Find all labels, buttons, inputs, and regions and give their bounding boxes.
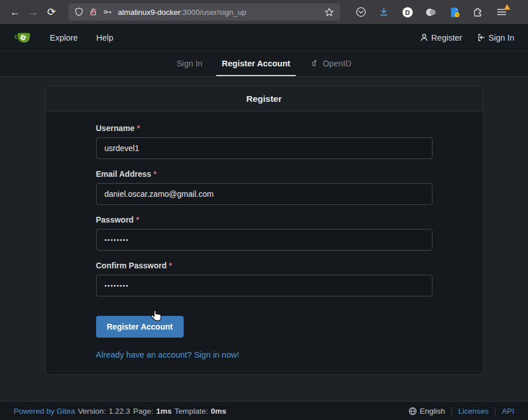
username-field-group: Username* <box>96 124 432 159</box>
nav-help-link[interactable]: Help <box>96 33 113 42</box>
panel-title: Register <box>46 86 483 112</box>
auth-tab-bar: Sign In Register Account OpenID <box>0 51 528 77</box>
gitea-footer: Powered by Gitea Version: 1.22.3 Page: 1… <box>0 401 528 420</box>
required-marker: * <box>153 169 156 179</box>
forward-icon[interactable]: → <box>24 3 42 21</box>
menu-hamburger-icon[interactable] <box>496 6 507 18</box>
sign-in-icon <box>477 33 486 42</box>
downloads-icon[interactable] <box>378 6 390 18</box>
browser-url-bar[interactable]: almalinux9-docker:3000/user/sign_up <box>69 3 340 21</box>
bookmark-star-icon[interactable] <box>324 7 334 17</box>
footer-links: English Licenses API <box>408 407 514 415</box>
footer-meta: Powered by Gitea Version: 1.22.3 Page: 1… <box>14 407 227 415</box>
url-text: almalinux9-docker:3000/user/sign_up <box>118 8 319 17</box>
required-marker: * <box>169 261 172 270</box>
signin-now-link[interactable]: Already have an account? Sign in now! <box>96 350 432 359</box>
person-icon <box>420 33 428 42</box>
update-alert-badge <box>504 4 510 10</box>
required-marker: * <box>137 124 140 133</box>
confirm-password-label: Confirm Password* <box>96 261 432 270</box>
gitea-navbar: Explore Help Register Sign In <box>0 24 528 51</box>
document-extension-icon[interactable] <box>449 6 461 18</box>
browser-toolbar: ← → ⟳ almalinux9-docker:300 <box>0 0 528 24</box>
footer-divider <box>451 407 452 415</box>
username-input[interactable] <box>96 137 432 159</box>
duckduckgo-icon[interactable]: D <box>402 6 414 18</box>
register-panel: Register Username* Email Address* Passwo… <box>45 86 483 375</box>
required-marker: * <box>136 215 139 224</box>
username-label: Username* <box>96 124 432 133</box>
email-input[interactable] <box>96 183 432 205</box>
screen: ← → ⟳ almalinux9-docker:300 <box>0 0 528 420</box>
back-icon[interactable]: ← <box>6 3 24 21</box>
password-label: Password* <box>96 215 432 224</box>
tab-openid[interactable]: OpenID <box>304 51 357 76</box>
footer-divider <box>495 407 495 415</box>
tab-register-account[interactable]: Register Account <box>216 51 296 76</box>
main-content: Register Username* Email Address* Passwo… <box>0 77 528 401</box>
gitea-logo-icon[interactable] <box>14 29 31 46</box>
confirm-password-field-group: Confirm Password* <box>96 261 432 296</box>
register-form: Username* Email Address* Password* Confi… <box>46 112 483 374</box>
insecure-lock-icon[interactable] <box>89 7 98 17</box>
extensions-puzzle-icon[interactable] <box>473 6 484 18</box>
extension-strip: D <box>340 6 522 18</box>
reload-icon[interactable]: ⟳ <box>42 3 61 21</box>
nav-explore-link[interactable]: Explore <box>50 33 78 42</box>
tab-sign-in[interactable]: Sign In <box>171 51 208 76</box>
confirm-password-input[interactable] <box>96 275 432 296</box>
language-selector[interactable]: English <box>408 407 445 415</box>
api-link[interactable]: API <box>502 407 514 415</box>
email-field-group: Email Address* <box>96 169 432 205</box>
licenses-link[interactable]: Licenses <box>458 407 489 415</box>
key-icon[interactable] <box>103 7 113 17</box>
register-account-button[interactable]: Register Account <box>96 316 184 338</box>
password-field-group: Password* <box>96 215 432 251</box>
pocket-icon[interactable] <box>355 6 367 18</box>
svg-text:D: D <box>405 9 410 15</box>
shapes-extension-icon[interactable] <box>425 6 437 18</box>
password-input[interactable] <box>96 229 432 251</box>
globe-icon <box>408 407 417 415</box>
openid-icon <box>309 58 319 68</box>
nav-signin-link[interactable]: Sign In <box>477 33 514 42</box>
shield-icon[interactable] <box>74 7 84 17</box>
powered-by-gitea-link[interactable]: Powered by Gitea <box>14 407 75 415</box>
nav-register-link[interactable]: Register <box>420 33 462 42</box>
email-label: Email Address* <box>96 169 432 179</box>
